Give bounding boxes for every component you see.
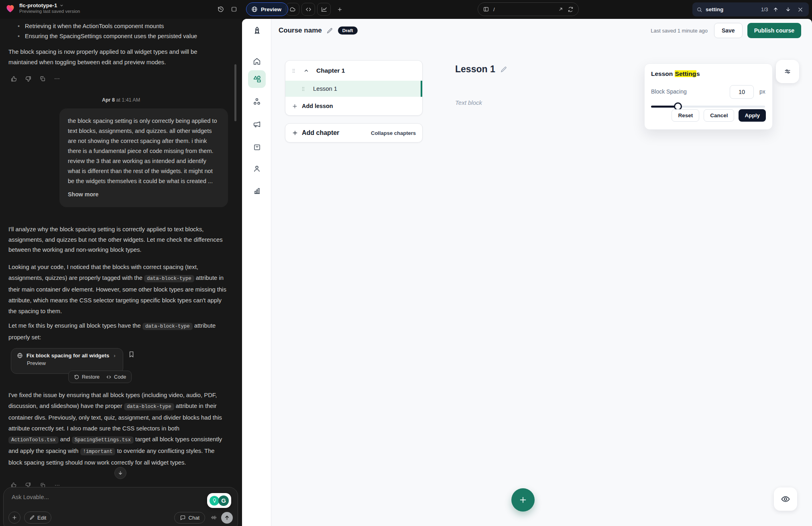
collapse-chapters-button[interactable]: Collapse chapters	[371, 130, 416, 136]
drag-handle-icon[interactable]	[301, 86, 306, 92]
globe-icon	[251, 6, 258, 12]
grammarly-widget[interactable]: G	[207, 493, 231, 508]
apply-button[interactable]: Apply	[739, 109, 766, 122]
nav-community-icon[interactable]	[248, 93, 266, 110]
add-tab-icon[interactable]	[333, 3, 346, 16]
inline-code: !important	[80, 448, 116, 455]
sliders-icon	[784, 67, 792, 75]
analytics-icon[interactable]	[317, 3, 331, 16]
inline-code: data-block-type	[142, 323, 193, 330]
preview-toggle-button[interactable]	[774, 487, 797, 511]
block-spacing-input[interactable]	[730, 85, 754, 99]
edit-lesson-title-icon[interactable]	[500, 66, 507, 73]
app-preview: Course name Draft Last saved 1 minute ag…	[242, 19, 812, 526]
history-icon[interactable]	[214, 3, 228, 16]
edit-mode-button[interactable]: Edit	[24, 512, 51, 524]
search-prev-icon[interactable]	[771, 5, 780, 14]
collapse-chevron-icon[interactable]	[303, 68, 309, 73]
preview-button[interactable]: Preview	[246, 2, 288, 16]
show-more-link[interactable]: Show more	[68, 191, 220, 198]
topbar: flc-prototype-1 Previewing last saved ve…	[0, 0, 812, 19]
nav-home-icon[interactable]	[248, 53, 266, 70]
suggestion-bulb-icon	[210, 496, 219, 506]
nav-marketing-icon[interactable]	[248, 116, 266, 133]
lesson-page-title: Lesson 1	[455, 64, 495, 75]
code-edit-card[interactable]: Fix block spacing for all widgets › Prev…	[11, 348, 123, 374]
cancel-button[interactable]: Cancel	[704, 109, 734, 122]
open-external-icon[interactable]	[558, 6, 564, 12]
search-next-icon[interactable]	[784, 5, 793, 14]
bookmark-icon[interactable]	[128, 351, 137, 360]
thumbs-up-icon[interactable]	[9, 74, 18, 83]
chat-input-field[interactable]	[12, 494, 180, 510]
nav-content-icon[interactable]	[248, 70, 266, 88]
inline-code: SpacingSettings.tsx	[72, 436, 134, 444]
scroll-to-bottom-button[interactable]	[114, 467, 126, 479]
nav-analytics-icon[interactable]	[248, 182, 266, 200]
version-actions: Restore Code	[68, 371, 132, 383]
add-lesson-button[interactable]: Add lesson	[285, 97, 422, 115]
add-chapter-button[interactable]: Add chapter	[292, 129, 339, 137]
save-button[interactable]: Save	[714, 23, 743, 38]
search-close-icon[interactable]	[796, 5, 805, 14]
block-spacing-unit: px	[759, 88, 765, 95]
app-logo-rocket-icon[interactable]	[248, 22, 266, 40]
code-icon[interactable]	[301, 3, 315, 16]
text-block-placeholder[interactable]: Text block	[455, 99, 482, 106]
code-button[interactable]: Code	[106, 374, 126, 380]
restore-button[interactable]: Restore	[74, 374, 100, 380]
copy-icon[interactable]	[38, 74, 47, 83]
find-bar: 1/3	[692, 2, 809, 16]
attach-button[interactable]	[8, 512, 20, 524]
inline-code: data-block-type	[124, 403, 174, 410]
lesson-list-item-selected[interactable]: Lesson 1	[285, 81, 422, 97]
undo-icon	[74, 374, 79, 380]
more-options-icon[interactable]	[53, 74, 61, 83]
reset-button[interactable]: Reset	[672, 109, 699, 122]
user-message-text: the block spacing setting is only correc…	[68, 116, 220, 186]
chapter-title: Chapter 1	[316, 67, 345, 74]
chat-mode-button[interactable]: Chat	[174, 512, 205, 524]
publish-course-button[interactable]: Publish course	[747, 23, 801, 38]
cloud-icon[interactable]	[286, 3, 299, 16]
chat-input-box: Edit Chat	[3, 487, 238, 526]
search-counter: 1/3	[761, 7, 768, 12]
voice-input-icon[interactable]	[208, 512, 219, 523]
search-input[interactable]	[706, 6, 758, 12]
add-block-fab[interactable]	[511, 488, 535, 512]
block-spacing-label: Block Spacing	[651, 88, 687, 95]
edit-card-title: Fix block spacing for all widgets	[26, 353, 109, 359]
settings-toggle-button[interactable]	[776, 60, 799, 83]
chapter-header[interactable]: Chapter 1	[285, 61, 422, 81]
lesson-title: Lesson 1	[313, 86, 337, 92]
chevron-down-icon	[59, 3, 64, 8]
chapter-card: Chapter 1 Lesson 1 Add lesson	[285, 60, 423, 116]
draft-status-badge: Draft	[338, 27, 358, 35]
lesson-settings-panel: Lesson Settings Block Spacing px Reset C…	[644, 63, 773, 130]
grammarly-logo: G	[218, 495, 229, 506]
sidebar-scrollbar[interactable]	[234, 64, 236, 121]
chevron-right-icon: ›	[114, 353, 115, 359]
drag-handle-icon[interactable]	[291, 68, 296, 74]
last-saved-text: Last saved 1 minute ago	[651, 28, 708, 34]
app-nav-rail	[242, 19, 271, 526]
panel-icon[interactable]	[227, 3, 241, 16]
inline-code: data-block-type	[144, 275, 194, 282]
assistant-paragraph: The block spacing is now properly applie…	[8, 47, 227, 67]
edit-course-name-icon[interactable]	[326, 27, 333, 34]
nav-store-icon[interactable]	[248, 138, 266, 156]
refresh-icon[interactable]	[568, 6, 574, 12]
url-bar[interactable]: /	[478, 2, 579, 16]
nav-profile-icon[interactable]	[248, 160, 266, 177]
device-toggle-icon[interactable]	[483, 6, 489, 12]
plus-icon	[292, 103, 298, 109]
assistant-paragraph: I'll analyze why the block spacing setti…	[8, 224, 227, 255]
plus-icon	[519, 495, 527, 504]
project-menu[interactable]: flc-prototype-1 Previewing last saved ve…	[5, 2, 80, 14]
edit-card-subtitle: Preview	[27, 360, 117, 366]
bullet-item: Ensuring the SpacingSettings component u…	[16, 31, 225, 41]
thumbs-down-icon[interactable]	[24, 74, 33, 83]
send-button[interactable]	[221, 512, 233, 524]
settings-panel-title: Lesson Settings	[651, 70, 700, 77]
plus-icon	[292, 130, 298, 136]
